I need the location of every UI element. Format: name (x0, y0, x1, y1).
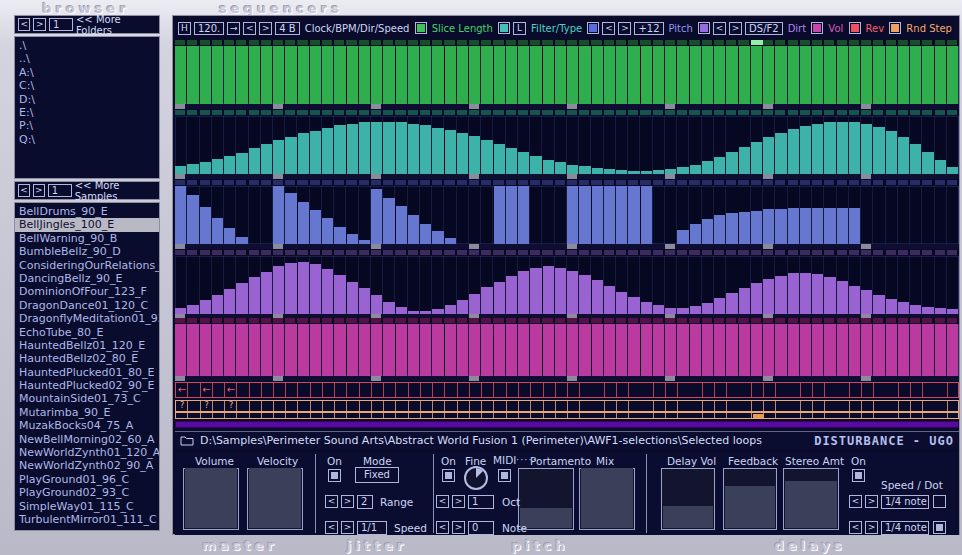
step-bar[interactable] (751, 211, 762, 244)
step-bar[interactable] (604, 324, 615, 376)
step-bar[interactable] (714, 157, 725, 174)
step-bar[interactable] (506, 148, 517, 174)
step-bar[interactable] (567, 165, 578, 174)
step-bar[interactable] (751, 142, 762, 174)
step-bar[interactable] (224, 289, 235, 314)
step-bar[interactable] (592, 324, 603, 376)
reverse-arrow-icon[interactable]: ← (225, 383, 237, 397)
sample-item[interactable]: ConsideringOurRelations_90_ (15, 259, 159, 272)
step-bar[interactable] (224, 156, 235, 174)
reverse-arrow-icon[interactable]: ← (176, 383, 188, 397)
step-bar[interactable] (567, 271, 578, 315)
step-bar[interactable] (322, 46, 333, 104)
step-bar[interactable] (910, 324, 921, 376)
step-bar[interactable] (310, 131, 321, 175)
step-bar[interactable] (579, 186, 590, 244)
sample-item[interactable]: DominionOfFour_123_F (15, 285, 159, 298)
step-bar[interactable] (641, 46, 652, 104)
step-bar[interactable] (788, 324, 799, 376)
random-step-row[interactable]: ??? (175, 400, 959, 412)
step-bar[interactable] (432, 231, 443, 244)
step-bar[interactable] (824, 122, 835, 174)
step-bar[interactable] (555, 324, 566, 376)
step-bar[interactable] (432, 46, 443, 104)
step-bar[interactable] (396, 122, 407, 174)
step-bar[interactable] (212, 295, 223, 314)
step-bar[interactable] (837, 324, 848, 376)
delay-speed2-prev-button[interactable]: < (849, 521, 862, 534)
sample-item[interactable]: NewWorldZynth01_120_A (15, 446, 159, 459)
step-bar[interactable] (200, 324, 211, 376)
step-bar[interactable] (371, 295, 382, 314)
step-bar[interactable] (910, 144, 921, 174)
step-bar[interactable] (653, 46, 664, 104)
step-bar[interactable] (775, 324, 786, 376)
step-bar[interactable] (506, 324, 517, 376)
step-bar[interactable] (273, 324, 284, 376)
pitch-value[interactable]: +12 (634, 22, 663, 35)
step-bar[interactable] (334, 275, 345, 314)
pitch-on-checkbox[interactable] (442, 469, 455, 482)
step-bar[interactable] (518, 271, 529, 314)
sample-item[interactable]: PlayGround02_93_C (15, 486, 159, 499)
step-bar[interactable] (298, 133, 309, 174)
step-bar[interactable] (457, 46, 468, 104)
filter-type-value[interactable]: L (513, 22, 526, 35)
reverse-step-row[interactable]: ←←← (175, 382, 959, 398)
dirt-prev-button[interactable]: < (713, 22, 726, 35)
folders-page-value[interactable]: 1 (49, 18, 73, 31)
step-bar[interactable] (739, 288, 750, 314)
step-bar[interactable] (481, 46, 492, 104)
step-bar[interactable] (494, 144, 505, 174)
step-bar[interactable] (310, 46, 321, 104)
step-bar[interactable] (947, 324, 958, 376)
step-bar[interactable] (812, 46, 823, 104)
sample-item[interactable]: PlayGround01_96_C (15, 473, 159, 486)
step-bar[interactable] (310, 210, 321, 244)
step-bar[interactable] (800, 46, 811, 104)
volume-slider[interactable] (183, 468, 239, 530)
step-bar[interactable] (677, 324, 688, 376)
jitter-speed-next-button[interactable]: > (341, 521, 354, 534)
step-bar[interactable] (530, 324, 541, 376)
sample-item[interactable]: EchoTube_80_E (15, 326, 159, 339)
step-bar[interactable] (469, 294, 480, 314)
step-bar[interactable] (420, 224, 431, 244)
step-bar[interactable] (579, 46, 590, 104)
step-bar[interactable] (273, 266, 284, 314)
step-bar[interactable] (690, 165, 701, 174)
step-bar[interactable] (775, 46, 786, 104)
step-bar[interactable] (175, 46, 186, 104)
step-bar[interactable] (898, 46, 909, 104)
step-bar[interactable] (898, 137, 909, 174)
jitter-range-prev-button[interactable]: < (325, 495, 338, 508)
step-bar[interactable] (886, 46, 897, 104)
folder-item[interactable]: D:\ (15, 93, 159, 106)
step-bar[interactable] (200, 162, 211, 174)
step-bar[interactable] (187, 164, 198, 174)
step-bar[interactable] (420, 125, 431, 174)
step-bar[interactable] (518, 46, 529, 104)
step-bar[interactable] (922, 307, 933, 314)
step-bar[interactable] (322, 324, 333, 376)
step-bar[interactable] (628, 297, 639, 314)
step-bar[interactable] (224, 46, 235, 104)
velocity-slider[interactable] (247, 468, 303, 530)
sample-item[interactable]: BumbleBellz_90_D (15, 245, 159, 258)
step-bar[interactable] (175, 324, 186, 376)
step-bar[interactable] (481, 140, 492, 174)
delay-speed2-value[interactable]: 1/4 note (881, 521, 929, 535)
step-bar[interactable] (236, 324, 247, 376)
step-bar[interactable] (249, 148, 260, 174)
step-bar[interactable] (200, 46, 211, 104)
step-bar[interactable] (616, 324, 627, 376)
step-bar[interactable] (334, 227, 345, 244)
step-bar[interactable] (408, 324, 419, 376)
step-bar[interactable] (371, 189, 382, 244)
step-bar[interactable] (383, 122, 394, 174)
step-bar[interactable] (383, 302, 394, 314)
step-bar[interactable] (922, 324, 933, 376)
step-bar[interactable] (359, 46, 370, 104)
sample-item[interactable]: Mutarimba_90_E (15, 406, 159, 419)
step-bar[interactable] (616, 186, 627, 244)
